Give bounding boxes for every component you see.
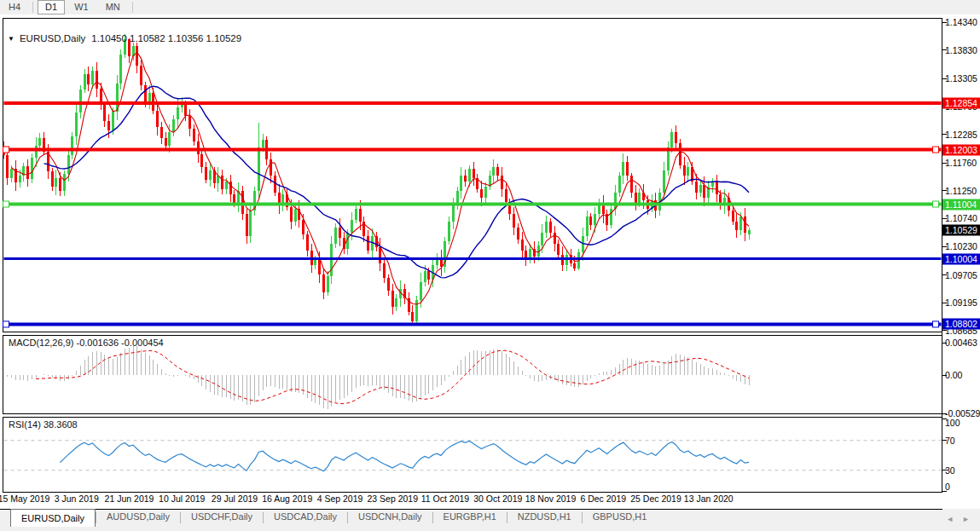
candle-body [716, 182, 718, 194]
candle-body [675, 132, 677, 143]
candle-body [330, 244, 333, 276]
chart-region: ▼ EURUSD,Daily 1.10450 1.10582 1.10356 1… [0, 14, 980, 509]
chart-tab-audusd[interactable]: AUDUSD,Daily [96, 509, 180, 525]
candle-body [683, 165, 686, 176]
candle-body [246, 214, 248, 236]
candle-body [586, 216, 589, 236]
candle-body [395, 298, 397, 307]
tab-scroll-arrows: ◄ ► [946, 515, 970, 523]
timeframe-button-h4[interactable]: H4 [1, 0, 28, 14]
candle-body [107, 121, 110, 130]
price-axis-label: 1.12285 [945, 130, 977, 140]
toolbar-separator [32, 2, 33, 13]
candle-body [411, 312, 414, 321]
chart-dropdown-icon[interactable]: ▼ [8, 35, 14, 43]
candle-body [217, 176, 219, 183]
date-axis-label: 30 Oct 2019 [473, 493, 522, 504]
candle-body [359, 209, 362, 222]
candle-body [505, 189, 507, 202]
candle-body [233, 194, 235, 203]
rsi-axis-label: 0 [945, 482, 950, 492]
candle-body [630, 176, 633, 192]
candle-body [545, 222, 548, 233]
candle-body [480, 189, 483, 198]
candle-body [415, 300, 418, 322]
candle-body [172, 119, 175, 132]
candle-body [140, 66, 142, 86]
candle-body [221, 176, 223, 188]
candle-body [168, 132, 171, 145]
candle-body [383, 263, 386, 278]
date-axis-label: 16 Aug 2019 [262, 493, 312, 504]
candle-body [26, 166, 29, 179]
timeframe-button-w1[interactable]: W1 [67, 0, 96, 14]
chart-tab-nzdusd[interactable]: NZDUSD,H1 [507, 509, 582, 525]
chart-tabs: EURUSD,DailyAUDUSD,DailyUSDCHF,DailyUSDC… [10, 509, 657, 527]
candle-body [318, 260, 321, 274]
chart-tab-gbpusd[interactable]: GBPUSD,H1 [583, 509, 658, 525]
candle-body [748, 230, 751, 234]
candle-body [148, 93, 151, 102]
chart-tab-usdcad[interactable]: USDCAD,Daily [264, 509, 347, 525]
candle-body [31, 158, 33, 179]
candle-body [197, 141, 200, 154]
chart-tab-usdcnh[interactable]: USDCNH,Daily [348, 509, 432, 525]
candle-body [541, 233, 543, 245]
candle-body [156, 111, 159, 127]
candle-body [290, 207, 293, 222]
candle-body [618, 176, 621, 192]
candle-body [184, 103, 187, 116]
price-axis-label: 1.09705 [945, 270, 977, 280]
candle-body [513, 214, 515, 227]
chart-canvas[interactable] [0, 14, 980, 509]
tab-scroll-right-icon[interactable]: ► [962, 515, 970, 523]
candle-body [160, 127, 163, 138]
candle-body [249, 211, 252, 235]
candle-body [452, 205, 455, 222]
timeframe-toolbar: H4D1W1MN [0, 0, 980, 15]
line-handle[interactable] [933, 147, 939, 153]
chart-tab-usdchf[interactable]: USDCHF,Daily [181, 509, 263, 525]
candle-body [367, 236, 369, 251]
chart-ohlc-values: 1.10450 1.10582 1.10356 1.10529 [91, 33, 241, 43]
candle-body [334, 228, 337, 244]
price-axis-badge: 1.10004 [942, 253, 980, 264]
candle-body [635, 193, 637, 204]
toolbar-separator [132, 2, 133, 13]
candle-body [610, 209, 612, 225]
tab-scroll-left-icon[interactable]: ◄ [946, 515, 954, 523]
candle-body [679, 143, 681, 165]
candle-body [91, 71, 94, 84]
candle-body [314, 260, 316, 265]
date-axis-label: 6 Dec 2019 [580, 493, 626, 504]
candle-body [193, 129, 195, 141]
candle-body [55, 178, 57, 187]
candle-body [573, 263, 576, 268]
chart-tab-eurusd[interactable]: EURUSD,Daily [10, 509, 96, 527]
candle-body [626, 162, 629, 176]
line-handle[interactable] [933, 201, 939, 207]
timeframe-button-d1[interactable]: D1 [38, 0, 65, 14]
candle-body [687, 167, 689, 176]
candle-body [103, 105, 106, 121]
timeframe-button-mn[interactable]: MN [98, 0, 128, 14]
candle-body [484, 187, 487, 198]
candle-body [739, 216, 742, 231]
line-handle[interactable] [3, 321, 9, 327]
line-handle[interactable] [3, 147, 9, 153]
candle-body [270, 159, 272, 176]
candle-body [424, 271, 426, 282]
date-axis-label: 23 Sep 2019 [367, 493, 418, 504]
macd-axis-label: 0.00463 [945, 338, 977, 348]
candle-body [262, 140, 264, 147]
price-axis-badge: 1.12003 [942, 144, 980, 155]
line-handle[interactable] [3, 201, 9, 207]
price-axis-badge: 1.08802 [942, 319, 980, 330]
chart-tab-eurgbp[interactable]: EURGBP,H1 [433, 509, 507, 525]
candle-body [468, 169, 471, 182]
date-axis-label: 10 Jul 2019 [159, 493, 205, 504]
line-handle[interactable] [933, 321, 939, 327]
date-axis-label: 11 Oct 2019 [421, 493, 469, 504]
candle-body [549, 222, 552, 233]
chart-tabbar: EURUSD,DailyAUDUSD,DailyUSDCHF,DailyUSDC… [0, 509, 980, 531]
